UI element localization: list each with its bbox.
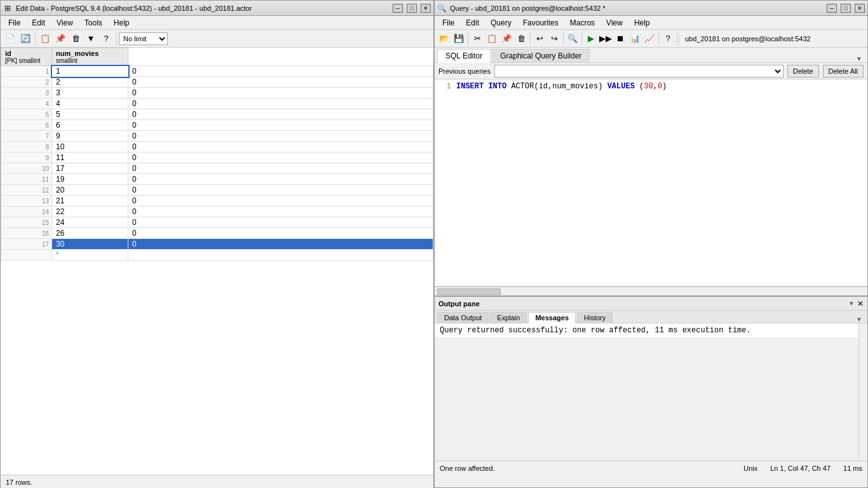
table-row[interactable]: 550 [1,109,433,120]
output-tab-explain[interactable]: Explain [490,312,527,323]
cell-num-movies[interactable]: 0 [128,120,433,131]
maximize-button[interactable]: □ [407,4,417,13]
cell-id[interactable]: 11 [52,152,128,163]
tab-graphical-query-builder[interactable]: Graphical Query Builder [492,49,590,62]
cell-num-movies[interactable]: 0 [128,207,433,217]
cell-id[interactable]: 30 [52,239,128,250]
menu-edit[interactable]: Edit [27,17,50,29]
h-scroll-thumb[interactable] [437,288,501,295]
cell-id[interactable]: 20 [52,185,128,196]
table-row[interactable]: 11190 [1,174,433,185]
right-minimize-button[interactable]: ─ [827,4,837,13]
right-copy-btn[interactable]: 📋 [485,32,499,46]
refresh-button[interactable]: 🔄 [18,32,32,46]
cell-id[interactable]: 6 [52,120,128,131]
code-editor[interactable]: 1 INSERT INTO ACTOR(id,num_movies) VALUE… [435,79,867,287]
table-row[interactable]: 9110 [1,152,433,163]
right-open-btn[interactable]: 📂 [437,32,451,46]
table-row[interactable]: 8100 [1,142,433,152]
cell-num-movies[interactable]: 0 [128,152,433,163]
cell-num-movies[interactable]: 0 [128,239,433,250]
right-cut-btn[interactable]: ✂ [470,32,484,46]
cell-num-movies[interactable]: 0 [128,66,433,77]
table-row[interactable]: 17300 [1,239,433,250]
table-row[interactable]: 790 [1,131,433,142]
cell-num-movies[interactable]: 0 [128,142,433,152]
right-clear-btn[interactable]: 🗑 [514,32,528,46]
cell-num-movies[interactable]: 0 [128,77,433,88]
paste-button[interactable]: 📌 [53,32,67,46]
cell-id[interactable]: 17 [52,163,128,174]
filter-button[interactable]: ▼ [84,32,98,46]
cell-id[interactable]: 2 [52,77,128,88]
output-expand-arrow[interactable]: ▼ [846,300,857,307]
right-maximize-button[interactable]: □ [841,4,851,13]
cell-id-input[interactable] [56,67,124,76]
right-menu-query[interactable]: Query [485,17,517,29]
table-row[interactable]: 13210 [1,196,433,207]
menu-help[interactable]: Help [109,17,135,29]
right-menu-view[interactable]: View [601,17,628,29]
table-row[interactable]: 16260 [1,228,433,239]
limit-select[interactable]: No limit 100 rows 500 rows 1000 rows [119,32,168,45]
delete-row-button[interactable]: 🗑 [69,32,83,46]
run-btn[interactable]: ▶ [584,32,598,46]
table-row[interactable]: 15240 [1,217,433,228]
minimize-button[interactable]: ─ [393,4,403,13]
cell-num-movies[interactable]: 0 [128,228,433,239]
explain-analyze-btn[interactable]: 📈 [642,32,656,46]
output-tab-data[interactable]: Data Output [437,312,489,323]
table-row[interactable]: 440 [1,98,433,109]
cell-id[interactable]: 5 [52,109,128,120]
close-button[interactable]: ✕ [421,4,431,13]
output-close-button[interactable]: ✕ [857,299,864,308]
cell-num-movies[interactable]: 0 [128,174,433,185]
right-menu-favourites[interactable]: Favourites [518,17,564,29]
redo-btn[interactable]: ↪ [547,32,561,46]
right-paste-btn[interactable]: 📌 [499,32,513,46]
cell-num-movies[interactable]: 0 [128,131,433,142]
menu-file[interactable]: File [3,17,25,29]
cell-id[interactable]: 10 [52,142,128,152]
delete-all-queries-button[interactable]: Delete All [823,65,864,78]
delete-query-button[interactable]: Delete [787,65,819,78]
previous-queries-select[interactable] [494,65,783,78]
cell-id[interactable]: 22 [52,207,128,217]
run-script-btn[interactable]: ▶▶ [599,32,613,46]
right-help-btn[interactable]: ? [661,32,675,46]
table-row[interactable]: 14220 [1,207,433,217]
cell-id[interactable]: 3 [52,88,128,98]
table-row[interactable]: 10170 [1,163,433,174]
menu-tools[interactable]: Tools [79,17,107,29]
copy-button[interactable]: 📋 [38,32,52,46]
new-row-marker[interactable]: * [1,250,433,261]
cell-id[interactable]: 26 [52,228,128,239]
cell-id[interactable] [52,66,128,77]
search-btn[interactable]: 🔍 [566,32,580,46]
stop-btn[interactable]: ⏹ [613,32,627,46]
h-scrollbar[interactable] [435,287,867,295]
right-menu-file[interactable]: File [437,17,459,29]
right-menu-help[interactable]: Help [629,17,655,29]
cell-id[interactable]: 4 [52,98,128,109]
help-button[interactable]: ? [99,32,113,46]
right-save-btn[interactable]: 💾 [452,32,466,46]
tab-sql-editor[interactable]: SQL Editor [437,49,491,63]
tab-expand-arrow[interactable]: ▼ [853,55,865,62]
right-menu-macros[interactable]: Macros [565,17,600,29]
right-close-button[interactable]: ✕ [855,4,865,13]
data-table-container[interactable]: id [PK] smallint num_movies smallint 102… [1,48,433,475]
cell-num-movies[interactable]: 0 [128,217,433,228]
cell-num-movies[interactable]: 0 [128,196,433,207]
cell-num-movies[interactable]: 0 [128,88,433,98]
output-tab-messages[interactable]: Messages [528,312,576,323]
undo-btn[interactable]: ↩ [532,32,546,46]
cell-num-movies[interactable]: 0 [128,98,433,109]
cell-num-movies[interactable]: 0 [128,185,433,196]
menu-view[interactable]: View [51,17,78,29]
new-button[interactable]: 📄 [3,32,17,46]
cell-id[interactable]: 9 [52,131,128,142]
output-tab-history[interactable]: History [577,312,613,323]
explain-btn[interactable]: 📊 [628,32,642,46]
cell-id[interactable]: 19 [52,174,128,185]
